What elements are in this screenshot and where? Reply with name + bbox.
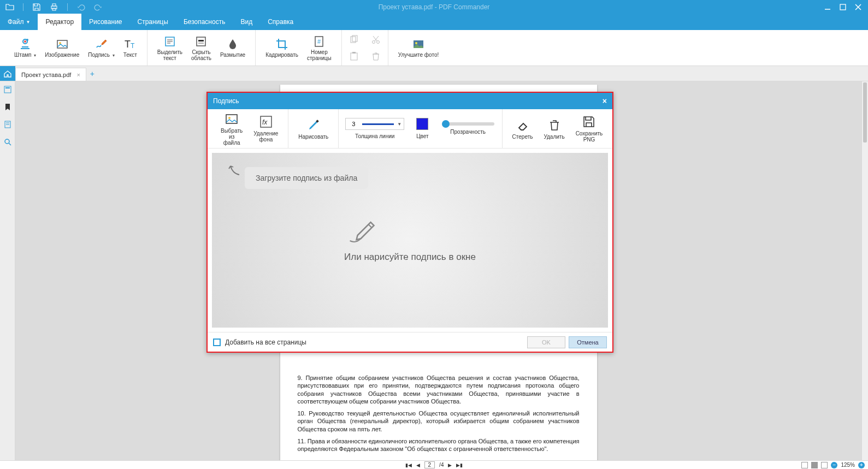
svg-point-24: [376, 40, 379, 43]
close-icon[interactable]: [854, 3, 863, 11]
trash-icon[interactable]: [369, 50, 382, 63]
minimize-icon[interactable]: [823, 3, 832, 11]
ribbon-stamp[interactable]: Штамп ▾: [10, 38, 40, 58]
draw-button[interactable]: Нарисовать: [293, 118, 334, 140]
signature-canvas[interactable]: Загрузите подпись из файла Или нарисуйте…: [212, 153, 608, 328]
hint-arrow-icon: [227, 163, 243, 178]
copy-icon[interactable]: [347, 33, 361, 46]
page-prev-icon[interactable]: ◀: [416, 462, 420, 468]
save-icon[interactable]: [32, 3, 41, 11]
page-last-icon[interactable]: ▶▮: [456, 462, 463, 468]
save-png-button[interactable]: Сохранить PNG: [570, 115, 609, 143]
stamp-icon: [19, 38, 32, 51]
view-facing-icon[interactable]: [811, 462, 818, 468]
home-tab[interactable]: [0, 66, 15, 81]
menu-help[interactable]: Справка: [260, 14, 301, 30]
vertical-scrollbar[interactable]: [861, 81, 868, 460]
svg-text:T: T: [131, 42, 135, 50]
dialog-titlebar: Подпись ×: [208, 93, 612, 109]
document-paragraph: 11. Права и обязанности единоличного исп…: [298, 437, 580, 453]
svg-point-23: [372, 40, 375, 43]
menu-file[interactable]: Файл▼: [0, 14, 38, 30]
ribbon-blur[interactable]: Размытие: [216, 38, 250, 58]
image-frame-icon: [225, 112, 239, 126]
signature-icon: [95, 38, 108, 51]
svg-text:fx: fx: [262, 118, 268, 126]
cancel-button[interactable]: Отмена: [569, 336, 607, 348]
menu-security[interactable]: Безопасность: [176, 14, 233, 30]
svg-rect-4: [840, 4, 846, 10]
svg-rect-1: [52, 4, 56, 6]
statusbar: ▮◀ ◀ 2 /4 ▶ ▶▮ − 125% +: [0, 460, 868, 469]
transparency-slider[interactable]: [442, 122, 494, 126]
remove-bg-button[interactable]: fx Удаление фона: [248, 115, 284, 143]
ribbon-text[interactable]: TT Текст: [119, 38, 141, 58]
side-search-icon[interactable]: [3, 137, 13, 147]
ribbon-hide-area[interactable]: Скрыть область: [187, 35, 216, 61]
view-continuous-icon[interactable]: [821, 462, 828, 468]
redo-icon[interactable]: [94, 3, 103, 11]
transparency-label: Прозрачность: [450, 129, 486, 135]
cut-icon[interactable]: [369, 33, 382, 46]
svg-text:T: T: [125, 39, 131, 50]
add-all-pages-label: Добавить на все страницы: [225, 339, 306, 346]
erase-button[interactable]: Стереть: [507, 118, 539, 140]
trash-icon: [547, 118, 562, 132]
zoom-out-icon[interactable]: −: [831, 462, 837, 468]
side-attachments-icon[interactable]: [3, 120, 13, 129]
menu-view[interactable]: Вид: [233, 14, 260, 30]
side-thumbnails-icon[interactable]: [3, 85, 13, 94]
svg-line-35: [9, 143, 11, 145]
ribbon-enhance-photo[interactable]: Улучшите фото!: [394, 38, 444, 58]
fx-icon: fx: [259, 115, 273, 129]
dialog-footer: Добавить на все страницы OK Отмена: [208, 332, 612, 352]
zoom-in-icon[interactable]: +: [858, 462, 865, 468]
signature-dialog: Подпись × Выбрать из файла fx Удаление ф…: [206, 92, 613, 353]
open-icon[interactable]: [5, 3, 14, 11]
view-single-icon[interactable]: [801, 462, 808, 468]
side-bookmarks-icon[interactable]: [3, 102, 13, 112]
tab-add[interactable]: +: [86, 66, 98, 81]
ribbon-signature[interactable]: Подпись ▾: [84, 38, 119, 58]
tab-close-icon[interactable]: ×: [76, 72, 80, 78]
thickness-value[interactable]: [348, 121, 359, 127]
dialog-close-icon[interactable]: ×: [603, 97, 607, 105]
eraser-icon: [516, 118, 530, 132]
document-paragraph: 10. Руководство текущей деятельностью Об…: [298, 409, 580, 433]
select-text-icon: [163, 35, 176, 48]
paste-icon[interactable]: [347, 50, 361, 63]
document-tab[interactable]: Проект устава.pdf ×: [15, 68, 86, 81]
ok-button[interactable]: OK: [527, 336, 565, 348]
page-first-icon[interactable]: ▮◀: [405, 462, 412, 468]
menu-pages[interactable]: Страницы: [130, 14, 176, 30]
ribbon-page-number[interactable]: # Номер страницы: [303, 35, 336, 61]
menubar: Файл▼ Редактор Рисование Страницы Безопа…: [0, 14, 868, 30]
delete-button[interactable]: Удалить: [538, 118, 570, 140]
page-current[interactable]: 2: [424, 461, 435, 468]
thickness-label: Толщина линии: [355, 133, 394, 139]
page-next-icon[interactable]: ▶: [448, 462, 452, 468]
maximize-icon[interactable]: [839, 3, 847, 11]
window-title: Проект устава.pdf - PDF Commander: [379, 3, 490, 11]
select-from-file-button[interactable]: Выбрать из файла: [215, 112, 248, 146]
text-icon: TT: [123, 38, 137, 51]
ribbon-image[interactable]: Изображение: [40, 38, 84, 58]
thickness-selector[interactable]: ▼: [345, 118, 404, 130]
svg-rect-29: [4, 86, 11, 93]
page-total: /4: [439, 462, 444, 468]
ribbon-crop[interactable]: Кадрировать: [261, 38, 303, 58]
menu-drawing[interactable]: Рисование: [81, 14, 129, 30]
undo-icon[interactable]: [76, 3, 85, 11]
document-tabs: Проект устава.pdf × +: [0, 66, 868, 81]
tab-title: Проект устава.pdf: [21, 72, 71, 78]
zoom-value: 125%: [841, 462, 855, 468]
blur-icon: [226, 38, 239, 51]
print-icon[interactable]: [50, 3, 58, 11]
menu-editor[interactable]: Редактор: [38, 14, 81, 30]
add-all-pages-checkbox[interactable]: [213, 339, 221, 346]
svg-point-6: [24, 40, 26, 43]
color-swatch[interactable]: [416, 118, 428, 130]
ribbon: Штамп ▾ Изображение Подпись ▾ TT Текст В…: [0, 30, 868, 66]
ribbon-select-text[interactable]: Выделить текст: [153, 35, 187, 61]
chevron-down-icon[interactable]: ▼: [397, 122, 401, 127]
